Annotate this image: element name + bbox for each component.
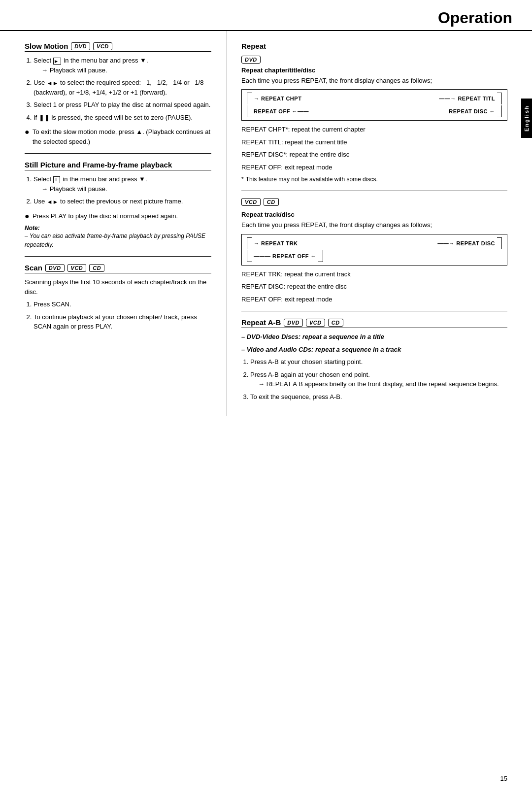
- still-picture-step1-sub: Playback will pause.: [41, 184, 211, 194]
- left-column: Slow Motion DVD VCD Select in the menu b…: [0, 31, 227, 416]
- vcd-badge: VCD: [93, 42, 112, 50]
- lr-arrow: ◄►: [47, 80, 59, 87]
- cd-badge: CD: [264, 198, 279, 206]
- repeat-dvd-notes: REPEAT CHPT*: repeat the current chapter…: [241, 125, 507, 172]
- scan-step-2: To continue playback at your chosen chap…: [33, 312, 211, 332]
- right-column: Repeat DVD Repeat chapter/title/disc Eac…: [227, 31, 532, 416]
- still-picture-dot-1: ● Press PLAY to play the disc at normal …: [25, 211, 211, 221]
- page-number: 15: [500, 775, 507, 782]
- still-picture-steps: Select in the menu bar and press ▼. Play…: [25, 174, 211, 206]
- slow-motion-step1-sub: Playback will pause.: [41, 66, 211, 75]
- main-content: Slow Motion DVD VCD Select in the menu b…: [0, 31, 532, 416]
- slow-motion-steps: Select in the menu bar and press ▼. Play…: [25, 56, 211, 122]
- vcd-badge-2: VCD: [241, 198, 261, 206]
- repeat-label: Repeat: [241, 42, 266, 50]
- repeat-disc-vcd-label: ——→ REPEAT DISC: [437, 240, 495, 246]
- slow-motion-label: Slow Motion: [25, 42, 68, 50]
- repeat-off-vcd-label: ——— REPEAT OFF ←: [254, 253, 316, 259]
- repeat-vcd-notes: REPEAT TRK: repeat the current track REP…: [241, 269, 507, 304]
- note-label: Note:: [25, 225, 211, 232]
- slow-motion-step-3: Select 1 or press PLAY to play the disc …: [33, 100, 211, 110]
- repeat-ab-step2-sub: REPEAT A B appears briefly on the front …: [258, 379, 507, 389]
- divider-2: [25, 256, 211, 257]
- repeat-vcd-flow-top: → REPEAT TRK ——→ REPEAT DISC: [247, 237, 502, 249]
- repeat-ab-sub-note-1: – DVD-Video Discs: repeat a sequence in …: [241, 332, 507, 342]
- scan-step-1: Press SCAN.: [33, 299, 211, 309]
- vcd-cd-heading: VCD CD: [241, 198, 507, 207]
- slow-motion-heading: Slow Motion DVD VCD: [25, 42, 211, 52]
- repeat-ab-step-2: Press A-B again at your chosen end point…: [250, 370, 507, 389]
- page-title: Operation: [438, 9, 512, 27]
- repeat-off-label: REPEAT OFF ←——: [254, 108, 309, 114]
- repeat-chpt-label: → REPEAT CHPT: [254, 96, 301, 101]
- repeat-heading: Repeat: [241, 42, 507, 51]
- slow-motion-step-1: Select in the menu bar and press ▼. Play…: [33, 56, 211, 75]
- sidebar-english-tab: English: [521, 99, 532, 138]
- still-picture-heading: Still Picture and Frame-by-frame playbac…: [25, 161, 211, 170]
- slow-motion-step-2: Use ◄► to select the required speed: –1,…: [33, 78, 211, 97]
- repeat-dvd-badge-container: DVD: [241, 55, 507, 64]
- repeat-vcd-flow-bottom: ——— REPEAT OFF ←: [247, 250, 502, 262]
- repeat-disc-label: REPEAT DISC ←: [449, 108, 495, 114]
- repeat-ab-step-1: Press A-B at your chosen starting point.: [250, 357, 507, 367]
- scan-label: Scan: [25, 264, 42, 272]
- repeat-ab-label: Repeat A-B: [241, 318, 281, 327]
- page-title-bar: Operation: [0, 0, 532, 31]
- divider-right-1: [241, 191, 507, 191]
- repeat-ab-cd-badge: CD: [328, 319, 343, 327]
- divider-1: [25, 153, 211, 154]
- pause-icon: [53, 176, 60, 183]
- repeat-chapter-title-disc-heading: Repeat chapter/title/disc: [241, 66, 507, 74]
- repeat-ab-heading: Repeat A-B DVD VCD CD: [241, 318, 507, 328]
- scan-heading: Scan DVD VCD CD: [25, 264, 211, 273]
- still-picture-step-2: Use ◄► to select the previous or next pi…: [33, 197, 211, 206]
- repeat-dvd-flow-top: → REPEAT CHPT ——→ REPEAT TITL: [247, 93, 502, 104]
- slow-motion-dot-1: ● To exit the slow motion mode, press ▲.…: [25, 127, 211, 146]
- select-icon: [53, 58, 61, 65]
- repeat-ab-vcd-badge: VCD: [306, 319, 325, 327]
- repeat-ab-dvd-badge: DVD: [284, 319, 303, 327]
- repeat-trk-label: → REPEAT TRK: [254, 240, 298, 246]
- still-picture-note: Note: – You can also activate frame-by-f…: [25, 225, 211, 249]
- note-text: – You can also activate frame-by-frame p…: [25, 232, 211, 249]
- repeat-vcd-flow: → REPEAT TRK ——→ REPEAT DISC ——— REPEAT …: [241, 234, 507, 266]
- slow-motion-step-4: If ❚❚ is pressed, the speed will be set …: [33, 113, 211, 123]
- repeat-ab-sub-note-2: – Video and Audio CDs: repeat a sequence…: [241, 345, 507, 355]
- repeat-dvd-flow-bottom: REPEAT OFF ←—— REPEAT DISC ←: [247, 105, 502, 117]
- repeat-ab-step-3: To exit the sequence, press A-B.: [250, 392, 507, 402]
- still-picture-step-1: Select in the menu bar and press ▼. Play…: [33, 174, 211, 194]
- repeat-dvd-star-note: * This feature may not be available with…: [241, 175, 507, 184]
- repeat-ab-sub-notes: – DVD-Video Discs: repeat a sequence in …: [241, 332, 507, 354]
- scan-dvd-badge: DVD: [45, 264, 65, 272]
- repeat-ab-steps: Press A-B at your chosen starting point.…: [241, 357, 507, 401]
- scan-description: Scanning plays the first 10 seconds of e…: [25, 277, 211, 297]
- scan-steps: Press SCAN. To continue playback at your…: [25, 299, 211, 332]
- repeat-titl-label: ——→ REPEAT TITL: [439, 96, 495, 101]
- still-picture-label: Still Picture and Frame-by-frame playbac…: [25, 161, 172, 169]
- divider-right-2: [241, 311, 507, 311]
- repeat-dvd-flow: → REPEAT CHPT ——→ REPEAT TITL REPEAT OFF…: [241, 89, 507, 121]
- repeat-track-disc-heading: Repeat track/disc: [241, 211, 507, 218]
- lr-arrow-2: ◄►: [47, 199, 59, 205]
- dvd-badge: DVD: [71, 42, 90, 50]
- scan-vcd-badge: VCD: [67, 264, 87, 272]
- repeat-dvd-description: Each time you press REPEAT, the front di…: [241, 76, 507, 86]
- repeat-vcd-description: Each time you press REPEAT, the front di…: [241, 220, 507, 230]
- repeat-dvd-badge: DVD: [241, 56, 261, 64]
- scan-cd-badge: CD: [89, 264, 104, 272]
